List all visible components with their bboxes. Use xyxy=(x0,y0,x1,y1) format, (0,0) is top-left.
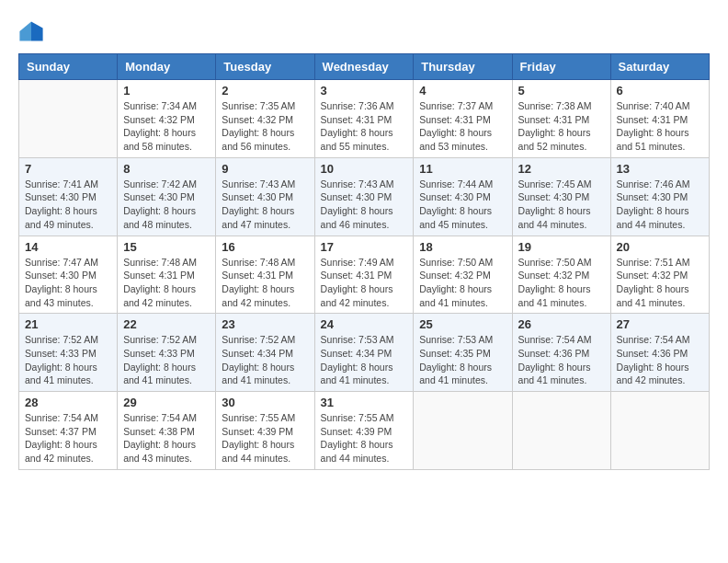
day-number: 29 xyxy=(123,396,210,409)
day-number: 26 xyxy=(518,317,605,331)
day-number: 15 xyxy=(123,240,210,254)
calendar-cell: 18Sunrise: 7:50 AM Sunset: 4:32 PM Dayli… xyxy=(414,236,512,314)
calendar-cell: 29Sunrise: 7:54 AM Sunset: 4:38 PM Dayli… xyxy=(118,392,216,470)
day-number: 13 xyxy=(617,162,703,176)
day-header-thursday: Thursday xyxy=(414,54,512,80)
calendar-cell: 14Sunrise: 7:47 AM Sunset: 4:30 PM Dayli… xyxy=(19,236,118,314)
calendar-cell: 8Sunrise: 7:42 AM Sunset: 4:30 PM Daylig… xyxy=(118,157,216,236)
day-info: Sunrise: 7:55 AM Sunset: 4:39 PM Dayligh… xyxy=(222,411,308,465)
calendar-table: SundayMondayTuesdayWednesdayThursdayFrid… xyxy=(18,53,710,470)
day-info: Sunrise: 7:52 AM Sunset: 4:34 PM Dayligh… xyxy=(222,333,308,387)
day-number: 30 xyxy=(222,396,308,409)
day-info: Sunrise: 7:43 AM Sunset: 4:30 PM Dayligh… xyxy=(222,178,308,232)
calendar-cell: 5Sunrise: 7:38 AM Sunset: 4:31 PM Daylig… xyxy=(512,80,610,158)
day-info: Sunrise: 7:54 AM Sunset: 4:36 PM Dayligh… xyxy=(617,333,703,387)
day-info: Sunrise: 7:36 AM Sunset: 4:31 PM Dayligh… xyxy=(321,99,408,154)
day-number: 25 xyxy=(419,317,506,331)
calendar-cell: 25Sunrise: 7:53 AM Sunset: 4:35 PM Dayli… xyxy=(414,314,512,392)
day-number: 20 xyxy=(617,240,703,254)
day-number: 11 xyxy=(419,162,506,176)
svg-marker-1 xyxy=(19,22,31,41)
svg-marker-0 xyxy=(31,22,43,41)
calendar-cell xyxy=(610,392,709,470)
calendar-cell xyxy=(414,392,512,470)
calendar-cell xyxy=(512,392,610,470)
day-number: 16 xyxy=(222,240,308,254)
day-info: Sunrise: 7:48 AM Sunset: 4:31 PM Dayligh… xyxy=(222,256,308,310)
day-info: Sunrise: 7:55 AM Sunset: 4:39 PM Dayligh… xyxy=(321,411,408,465)
day-number: 3 xyxy=(321,84,408,98)
calendar-cell: 26Sunrise: 7:54 AM Sunset: 4:36 PM Dayli… xyxy=(512,314,610,392)
day-info: Sunrise: 7:44 AM Sunset: 4:30 PM Dayligh… xyxy=(419,178,506,232)
day-info: Sunrise: 7:54 AM Sunset: 4:38 PM Dayligh… xyxy=(123,411,210,465)
calendar-cell: 21Sunrise: 7:52 AM Sunset: 4:33 PM Dayli… xyxy=(19,314,118,392)
calendar-cell: 9Sunrise: 7:43 AM Sunset: 4:30 PM Daylig… xyxy=(216,157,314,236)
day-number: 12 xyxy=(518,162,605,176)
day-number: 18 xyxy=(419,240,506,254)
day-number: 9 xyxy=(222,162,308,176)
day-info: Sunrise: 7:52 AM Sunset: 4:33 PM Dayligh… xyxy=(123,333,210,387)
day-number: 7 xyxy=(25,162,111,176)
calendar-cell: 1Sunrise: 7:34 AM Sunset: 4:32 PM Daylig… xyxy=(118,80,216,158)
day-header-wednesday: Wednesday xyxy=(314,54,414,80)
calendar-week-row: 7Sunrise: 7:41 AM Sunset: 4:30 PM Daylig… xyxy=(19,157,710,236)
day-number: 28 xyxy=(25,396,111,409)
calendar-cell: 24Sunrise: 7:53 AM Sunset: 4:34 PM Dayli… xyxy=(314,314,414,392)
day-number: 2 xyxy=(222,84,308,98)
calendar-cell: 3Sunrise: 7:36 AM Sunset: 4:31 PM Daylig… xyxy=(314,80,414,158)
calendar-week-row: 21Sunrise: 7:52 AM Sunset: 4:33 PM Dayli… xyxy=(19,314,710,392)
calendar-cell: 20Sunrise: 7:51 AM Sunset: 4:32 PM Dayli… xyxy=(610,236,709,314)
day-info: Sunrise: 7:35 AM Sunset: 4:32 PM Dayligh… xyxy=(222,99,308,154)
day-header-sunday: Sunday xyxy=(19,54,118,80)
calendar-week-row: 1Sunrise: 7:34 AM Sunset: 4:32 PM Daylig… xyxy=(19,80,710,158)
day-info: Sunrise: 7:49 AM Sunset: 4:31 PM Dayligh… xyxy=(321,256,408,310)
calendar-cell: 4Sunrise: 7:37 AM Sunset: 4:31 PM Daylig… xyxy=(414,80,512,158)
calendar-cell: 12Sunrise: 7:45 AM Sunset: 4:30 PM Dayli… xyxy=(512,157,610,236)
calendar-cell: 23Sunrise: 7:52 AM Sunset: 4:34 PM Dayli… xyxy=(216,314,314,392)
calendar-cell: 7Sunrise: 7:41 AM Sunset: 4:30 PM Daylig… xyxy=(19,157,118,236)
day-number: 4 xyxy=(419,84,506,98)
day-number: 1 xyxy=(123,84,210,98)
calendar-cell: 15Sunrise: 7:48 AM Sunset: 4:31 PM Dayli… xyxy=(118,236,216,314)
logo-icon xyxy=(18,18,44,44)
calendar-cell: 30Sunrise: 7:55 AM Sunset: 4:39 PM Dayli… xyxy=(216,392,314,470)
day-number: 6 xyxy=(617,84,703,98)
day-number: 14 xyxy=(25,240,111,254)
day-number: 27 xyxy=(617,317,703,331)
day-number: 21 xyxy=(25,317,111,331)
day-number: 24 xyxy=(321,317,408,331)
day-info: Sunrise: 7:45 AM Sunset: 4:30 PM Dayligh… xyxy=(518,178,605,232)
day-number: 10 xyxy=(321,162,408,176)
day-number: 31 xyxy=(321,396,408,409)
calendar-cell: 13Sunrise: 7:46 AM Sunset: 4:30 PM Dayli… xyxy=(610,157,709,236)
day-info: Sunrise: 7:47 AM Sunset: 4:30 PM Dayligh… xyxy=(25,256,111,310)
calendar-cell: 6Sunrise: 7:40 AM Sunset: 4:31 PM Daylig… xyxy=(610,80,709,158)
day-info: Sunrise: 7:43 AM Sunset: 4:30 PM Dayligh… xyxy=(321,178,408,232)
day-info: Sunrise: 7:42 AM Sunset: 4:30 PM Dayligh… xyxy=(123,178,210,232)
day-info: Sunrise: 7:54 AM Sunset: 4:36 PM Dayligh… xyxy=(518,333,605,387)
day-info: Sunrise: 7:48 AM Sunset: 4:31 PM Dayligh… xyxy=(123,256,210,310)
day-number: 5 xyxy=(518,84,605,98)
day-header-friday: Friday xyxy=(512,54,610,80)
day-info: Sunrise: 7:46 AM Sunset: 4:30 PM Dayligh… xyxy=(617,178,703,232)
day-info: Sunrise: 7:53 AM Sunset: 4:35 PM Dayligh… xyxy=(419,333,506,387)
calendar-cell: 22Sunrise: 7:52 AM Sunset: 4:33 PM Dayli… xyxy=(118,314,216,392)
day-info: Sunrise: 7:37 AM Sunset: 4:31 PM Dayligh… xyxy=(419,99,506,154)
day-info: Sunrise: 7:38 AM Sunset: 4:31 PM Dayligh… xyxy=(518,99,605,154)
day-header-monday: Monday xyxy=(118,54,216,80)
day-info: Sunrise: 7:54 AM Sunset: 4:37 PM Dayligh… xyxy=(25,411,111,465)
day-info: Sunrise: 7:50 AM Sunset: 4:32 PM Dayligh… xyxy=(419,256,506,310)
calendar-cell: 27Sunrise: 7:54 AM Sunset: 4:36 PM Dayli… xyxy=(610,314,709,392)
day-number: 22 xyxy=(123,317,210,331)
calendar-cell: 28Sunrise: 7:54 AM Sunset: 4:37 PM Dayli… xyxy=(19,392,118,470)
day-info: Sunrise: 7:53 AM Sunset: 4:34 PM Dayligh… xyxy=(321,333,408,387)
page-header xyxy=(18,18,710,44)
day-info: Sunrise: 7:51 AM Sunset: 4:32 PM Dayligh… xyxy=(617,256,703,310)
day-info: Sunrise: 7:50 AM Sunset: 4:32 PM Dayligh… xyxy=(518,256,605,310)
calendar-cell xyxy=(19,80,118,158)
day-info: Sunrise: 7:52 AM Sunset: 4:33 PM Dayligh… xyxy=(25,333,111,387)
day-number: 23 xyxy=(222,317,308,331)
calendar-cell: 11Sunrise: 7:44 AM Sunset: 4:30 PM Dayli… xyxy=(414,157,512,236)
calendar-week-row: 14Sunrise: 7:47 AM Sunset: 4:30 PM Dayli… xyxy=(19,236,710,314)
calendar-cell: 16Sunrise: 7:48 AM Sunset: 4:31 PM Dayli… xyxy=(216,236,314,314)
